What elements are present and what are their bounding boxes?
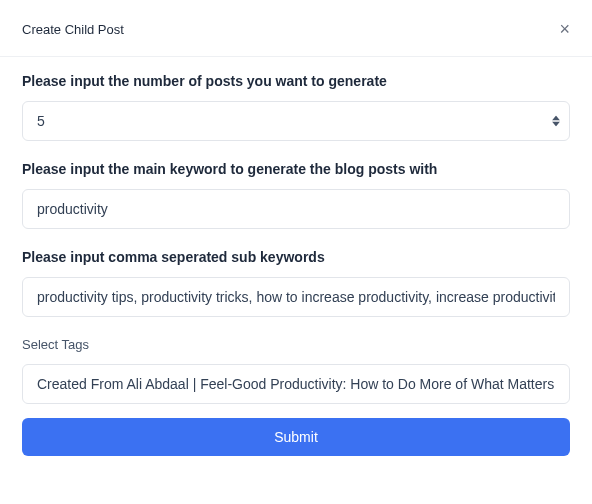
- posts-count-select-wrapper: [22, 101, 570, 141]
- sub-keywords-input[interactable]: [22, 277, 570, 317]
- main-keyword-group: Please input the main keyword to generat…: [22, 161, 570, 229]
- main-keyword-label: Please input the main keyword to generat…: [22, 161, 570, 177]
- close-icon: ×: [559, 19, 570, 39]
- modal-body: Please input the number of posts you wan…: [0, 57, 592, 478]
- posts-count-group: Please input the number of posts you wan…: [22, 73, 570, 141]
- main-keyword-input[interactable]: [22, 189, 570, 229]
- posts-count-select[interactable]: [22, 101, 570, 141]
- sub-keywords-group: Please input comma seperated sub keyword…: [22, 249, 570, 317]
- modal-title: Create Child Post: [22, 22, 124, 37]
- tags-input[interactable]: [22, 364, 570, 404]
- tags-label: Select Tags: [22, 337, 570, 352]
- close-button[interactable]: ×: [559, 20, 570, 38]
- posts-count-label: Please input the number of posts you wan…: [22, 73, 570, 89]
- tags-group: Select Tags: [22, 337, 570, 404]
- modal-header: Create Child Post ×: [0, 0, 592, 57]
- submit-button[interactable]: Submit: [22, 418, 570, 456]
- sub-keywords-label: Please input comma seperated sub keyword…: [22, 249, 570, 265]
